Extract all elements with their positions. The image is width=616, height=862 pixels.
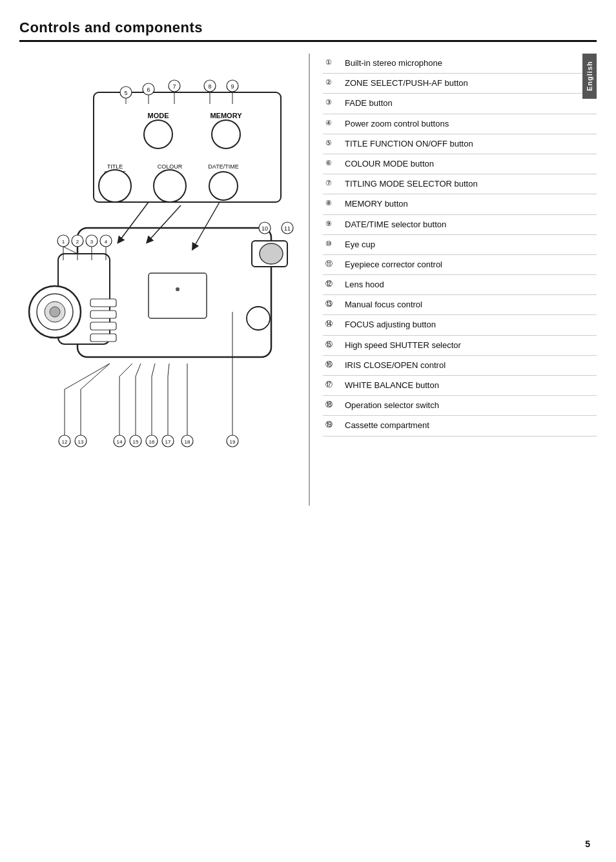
component-number: ② (323, 74, 342, 94)
table-row: ⑦ TITLING MODE SELECTOR button (323, 174, 597, 194)
table-row: ⑬ Manual focus control (323, 295, 597, 315)
svg-text:7: 7 (172, 83, 176, 90)
component-label: Power zoom control buttons (342, 114, 597, 134)
page-title: Controls and components (19, 19, 597, 36)
component-number: ⑪ (323, 254, 342, 274)
table-row: ⑪ Eyepiece corrector control (323, 254, 597, 274)
component-label: TITLING MODE SELECTOR button (342, 174, 597, 194)
component-label: Lens hood (342, 275, 597, 295)
svg-rect-88 (90, 299, 116, 307)
svg-text:5: 5 (124, 90, 127, 96)
svg-line-94 (63, 247, 77, 254)
svg-text:15: 15 (133, 439, 139, 445)
english-tab: English (582, 54, 597, 99)
svg-text:17: 17 (165, 439, 171, 445)
svg-line-82 (81, 364, 110, 389)
component-label: FOCUS adjusting button (342, 315, 597, 335)
svg-point-11 (154, 170, 186, 202)
component-label: IRIS CLOSE/OPEN control (342, 355, 597, 375)
svg-text:COLOUR: COLOUR (158, 163, 183, 170)
table-row: ④ Power zoom control buttons (323, 114, 597, 134)
svg-rect-90 (90, 322, 116, 330)
svg-text:10: 10 (262, 225, 268, 232)
svg-text:14: 14 (117, 439, 123, 445)
table-row: ② ZONE SELECT/PUSH-AF button (323, 74, 597, 94)
component-number: ⑱ (323, 396, 342, 416)
component-label: Cassette compartment (342, 416, 597, 436)
svg-point-33 (50, 307, 60, 317)
svg-line-83 (119, 364, 132, 376)
table-row: ⑱ Operation selector switch (323, 396, 597, 416)
component-label: Operation selector switch (342, 396, 597, 416)
svg-point-10 (99, 170, 131, 202)
component-number: ⑫ (323, 275, 342, 295)
svg-rect-91 (90, 334, 116, 342)
svg-line-85 (152, 364, 155, 376)
table-row: ⑧ MEMORY button (323, 194, 597, 214)
component-number: ③ (323, 94, 342, 114)
svg-text:6: 6 (147, 87, 150, 93)
component-number: ⑬ (323, 295, 342, 315)
component-number: ① (323, 54, 342, 74)
table-row: ① Built-in stereo microphone (323, 54, 597, 74)
table-row: ⑮ High speed SHUTTER selector (323, 335, 597, 355)
component-table: ① Built-in stereo microphone ② ZONE SELE… (323, 54, 597, 436)
svg-text:16: 16 (149, 439, 155, 445)
page-container: Controls and components MODE MEMORY (0, 0, 616, 862)
component-number: ⑮ (323, 335, 342, 355)
component-label: Eyepiece corrector control (342, 254, 597, 274)
component-number: ⑲ (323, 416, 342, 436)
svg-point-4 (212, 120, 240, 149)
component-number: ⑰ (323, 376, 342, 396)
svg-point-35 (260, 243, 283, 264)
component-number: ⑤ (323, 134, 342, 154)
svg-text:11: 11 (284, 225, 291, 232)
component-number: ④ (323, 114, 342, 134)
svg-text:18: 18 (185, 439, 190, 445)
content-row: MODE MEMORY TITLE ON/OFF COLOUR MODE DAT… (19, 54, 597, 506)
svg-text:MEMORY: MEMORY (210, 112, 242, 119)
table-row: ⑫ Lens hood (323, 275, 597, 295)
svg-text:9: 9 (231, 83, 234, 90)
table-row: ⑤ TITLE FUNCTION ON/OFF button (323, 134, 597, 154)
component-number: ⑭ (323, 315, 342, 335)
svg-rect-40 (149, 273, 207, 318)
svg-text:8: 8 (208, 83, 211, 90)
title-underline (19, 40, 597, 42)
component-number: ⑨ (323, 214, 342, 234)
component-label: FADE button (342, 94, 597, 114)
svg-text:3: 3 (90, 239, 94, 245)
svg-rect-89 (90, 311, 116, 318)
svg-text:4: 4 (105, 239, 108, 245)
component-label: ZONE SELECT/PUSH-AF button (342, 74, 597, 94)
table-row: ⑲ Cassette compartment (323, 416, 597, 436)
component-number: ⑥ (323, 154, 342, 174)
diagram-svg-container: MODE MEMORY TITLE ON/OFF COLOUR MODE DAT… (19, 54, 303, 493)
diagram-column: MODE MEMORY TITLE ON/OFF COLOUR MODE DAT… (19, 54, 310, 506)
svg-text:MODE: MODE (148, 112, 169, 119)
component-number: ⑩ (323, 234, 342, 254)
list-column: ① Built-in stereo microphone ② ZONE SELE… (310, 54, 597, 436)
component-label: MEMORY button (342, 194, 597, 214)
camera-diagram-svg: MODE MEMORY TITLE ON/OFF COLOUR MODE DAT… (19, 54, 303, 493)
table-row: ⑩ Eye cup (323, 234, 597, 254)
component-label: Built-in stereo microphone (342, 54, 597, 74)
page-number: 5 (585, 839, 590, 849)
svg-line-81 (65, 364, 110, 389)
table-row: ⑰ WHITE BALANCE button (323, 376, 597, 396)
table-row: ⑯ IRIS CLOSE/OPEN control (323, 355, 597, 375)
svg-point-92 (247, 307, 270, 330)
component-label: High speed SHUTTER selector (342, 335, 597, 355)
svg-text:13: 13 (78, 439, 84, 445)
component-number: ⑦ (323, 174, 342, 194)
svg-text:2: 2 (76, 239, 79, 245)
svg-point-41 (176, 287, 180, 291)
table-row: ⑥ COLOUR MODE button (323, 154, 597, 174)
component-number: ⑯ (323, 355, 342, 375)
table-row: ⑭ FOCUS adjusting button (323, 315, 597, 335)
table-row: ⑨ DATE/TIME selector button (323, 214, 597, 234)
svg-text:TITLE: TITLE (107, 163, 123, 170)
svg-text:12: 12 (62, 439, 68, 445)
svg-point-12 (209, 172, 238, 200)
svg-text:19: 19 (230, 439, 236, 445)
